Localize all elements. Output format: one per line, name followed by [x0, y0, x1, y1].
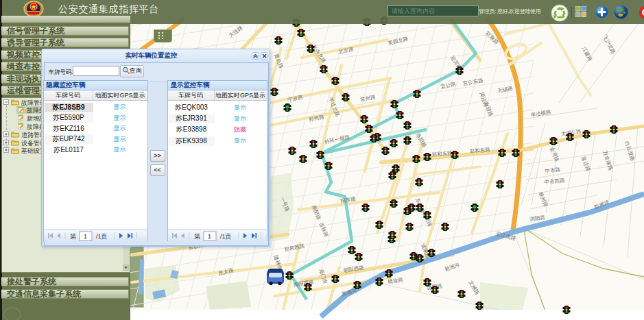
- svg-text:第: 第: [70, 233, 76, 240]
- svg-text:/1页: /1页: [96, 233, 108, 240]
- svg-text:第: 第: [194, 233, 200, 240]
- svg-text:/1页: /1页: [220, 233, 232, 240]
- svg-text:1: 1: [84, 233, 87, 240]
- svg-text:1: 1: [208, 233, 211, 240]
